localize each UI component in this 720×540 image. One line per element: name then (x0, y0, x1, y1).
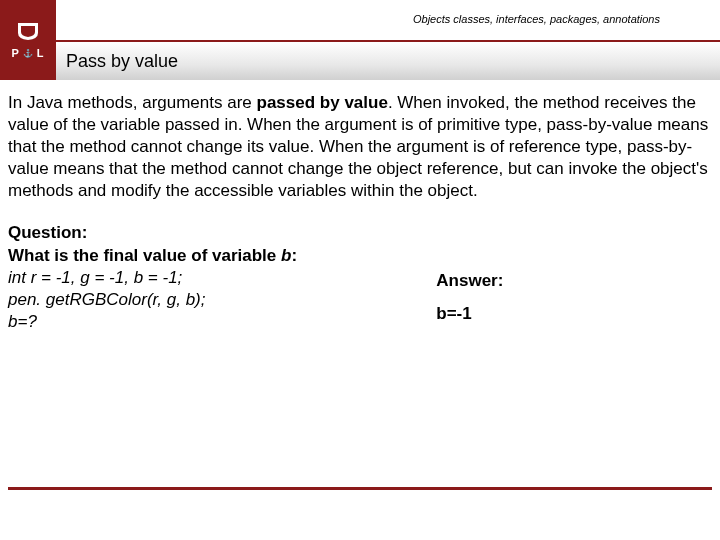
breadcrumb: Objects classes, interfaces, packages, a… (56, 0, 720, 40)
slide-content: In Java methods, arguments are passed by… (0, 80, 720, 333)
question-code2: pen. getRGBColor(r, g, b); (8, 289, 416, 311)
answer-column: Answer: b=-1 (416, 222, 712, 332)
shield-icon (15, 21, 41, 41)
intro-bold: passed by value (257, 93, 388, 112)
logo-mid-icon: ⚓ (23, 49, 34, 58)
question-label: Question: (8, 222, 416, 244)
institution-logo: P ⚓ L (0, 0, 56, 80)
logo-letters: P ⚓ L (11, 47, 44, 59)
slide-title-bar: Pass by value (56, 40, 720, 80)
intro-paragraph: In Java methods, arguments are passed by… (8, 92, 712, 202)
question-code1: int r = -1, g = -1, b = -1; (8, 267, 416, 289)
intro-pre: In Java methods, arguments are (8, 93, 257, 112)
slide-title: Pass by value (66, 51, 178, 72)
logo-letter-left: P (11, 47, 19, 59)
logo-letter-right: L (37, 47, 45, 59)
answer-value: b=-1 (436, 303, 712, 325)
question-line1: What is the final value of variable b: (8, 245, 416, 267)
breadcrumb-text: Objects classes, interfaces, packages, a… (413, 13, 660, 26)
footer-divider (8, 487, 712, 490)
question-code3: b=? (8, 311, 416, 333)
slide-header: P ⚓ L Objects classes, interfaces, packa… (0, 0, 720, 80)
header-right: Objects classes, interfaces, packages, a… (56, 0, 720, 80)
q1-post: : (291, 246, 297, 265)
question-column: Question: What is the final value of var… (8, 222, 416, 332)
answer-label: Answer: (436, 270, 712, 292)
q1-b: b (281, 246, 291, 265)
qa-row: Question: What is the final value of var… (8, 222, 712, 332)
q1-pre: What is the final value of variable (8, 246, 281, 265)
